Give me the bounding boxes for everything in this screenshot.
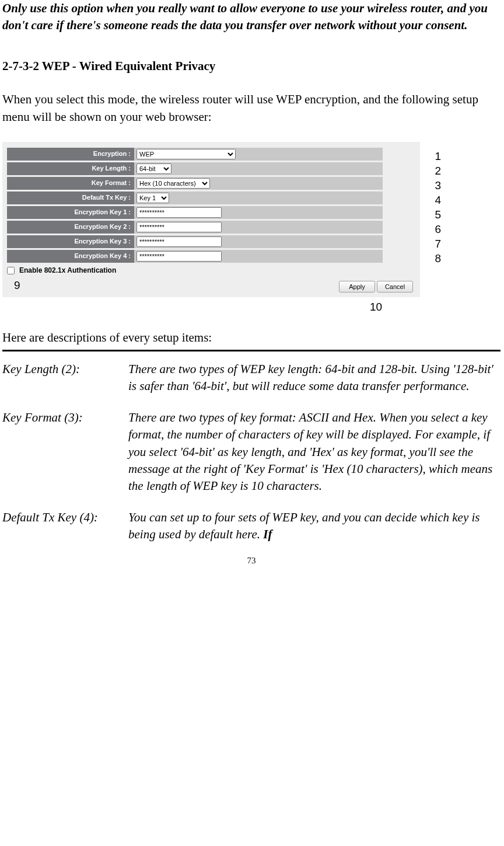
callout-8: 8 [435,251,441,267]
select-encryption[interactable]: WEP [136,149,236,159]
divider [2,350,501,351]
callout-1: 1 [435,149,441,165]
label-default-tx-key: Default Tx Key : [7,192,134,204]
label-key-format: Key Format : [7,177,134,190]
label-enc-key-2: Encryption Key 2 : [7,221,134,234]
callout-9: 9 [14,278,20,294]
label-key-length: Key Length : [7,162,134,175]
label-enc-key-1: Encryption Key 1 : [7,206,134,219]
callout-7: 7 [435,236,441,252]
desc-name-key-format: Key Format (3): [2,409,128,495]
desc-key-format: Key Format (3): There are two types of k… [2,409,501,495]
row-enc-key-1: Encryption Key 1 : [7,206,415,219]
row-key-format: Key Format : Hex (10 characters) [7,177,415,190]
callout-3: 3 [435,178,441,194]
page-number: 73 [2,555,501,567]
input-enc-key-1[interactable] [136,207,222,218]
section-heading: 2-7-3-2 WEP - Wired Equivalent Privacy [2,58,501,75]
select-default-tx-key[interactable]: Key 1 [136,193,169,203]
label-enc-key-3: Encryption Key 3 : [7,235,134,248]
desc-key-length: Key Length (2): There are two types of W… [2,361,501,395]
input-enc-key-3[interactable] [136,236,222,247]
label-encryption: Encryption : [7,148,134,161]
intro-paragraph: When you select this mode, the wireless … [2,91,501,126]
row-enc-key-4: Encryption Key 4 : [7,250,415,263]
select-key-length[interactable]: 64-bit [136,163,172,174]
callout-5: 5 [435,207,441,223]
desc-default-tx-key: Default Tx Key (4): You can set up to fo… [2,509,501,544]
descriptions-intro: Here are descriptions of every setup ite… [2,329,501,346]
row-enable-8021x: Enable 802.1x Authentication [7,265,415,276]
desc-text-key-length: There are two types of WEP key length: 6… [128,361,501,395]
row-enc-key-3: Encryption Key 3 : [7,235,415,248]
select-key-format[interactable]: Hex (10 characters) [136,178,210,189]
row-enc-key-2: Encryption Key 2 : [7,221,415,234]
desc-text-default-tx-key: You can set up to four sets of WEP key, … [128,509,501,544]
desc-name-default-tx-key: Default Tx Key (4): [2,509,128,544]
row-default-tx-key: Default Tx Key : Key 1 [7,192,415,204]
callout-10: 10 [2,297,434,315]
warning-note: Only use this option when you really wan… [2,0,501,34]
callout-6: 6 [435,222,441,238]
router-config-screenshot: Encryption : WEP Key Length : 64-bit Key… [2,142,420,297]
apply-button[interactable]: Apply [339,281,375,293]
checkbox-enable-8021x[interactable] [7,267,15,274]
callout-4: 4 [435,193,441,208]
row-key-length: Key Length : 64-bit [7,162,415,175]
input-enc-key-2[interactable] [136,222,222,232]
row-encryption: Encryption : WEP [7,148,415,161]
label-enc-key-4: Encryption Key 4 : [7,250,134,263]
cancel-button[interactable]: Cancel [377,281,413,293]
desc-name-key-length: Key Length (2): [2,361,128,395]
desc-text-key-format: There are two types of key format: ASCII… [128,409,501,495]
callout-2: 2 [435,163,441,179]
label-enable-8021x: Enable 802.1x Authentication [19,266,116,276]
input-enc-key-4[interactable] [136,251,222,262]
